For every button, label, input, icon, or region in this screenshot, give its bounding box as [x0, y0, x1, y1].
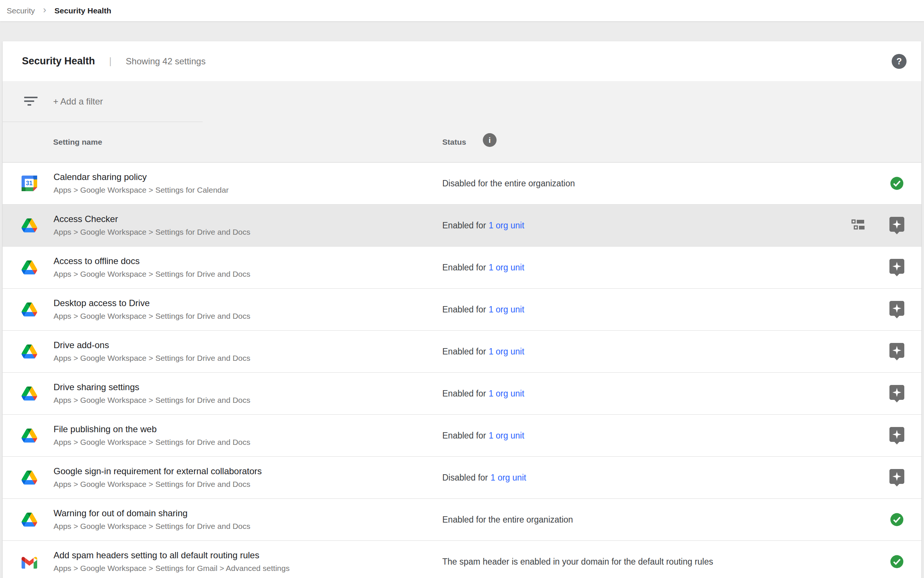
recommendation-badge-icon[interactable] — [890, 469, 904, 487]
setting-path: Apps > Google Workspace > Settings for D… — [53, 520, 251, 532]
setting-path: Apps > Google Workspace > Settings for D… — [53, 268, 251, 280]
setting-name: Calendar sharing policy — [53, 170, 228, 184]
add-filter-button[interactable]: + Add a filter — [53, 96, 103, 107]
trailing-icon-slot — [888, 415, 906, 456]
filter-icon[interactable] — [24, 97, 37, 106]
org-unit-link[interactable]: 1 org unit — [490, 473, 526, 483]
table-row[interactable]: File publishing on the web Apps > Google… — [3, 415, 921, 457]
recommendation-badge-icon[interactable] — [890, 301, 904, 318]
setting-path: Apps > Google Workspace > Settings for D… — [53, 394, 251, 406]
setting-name: Add spam headers setting to all default … — [53, 549, 290, 562]
google-drive-icon — [21, 302, 37, 317]
column-header-status: Status — [442, 138, 466, 146]
status-text: Enabled for — [442, 221, 486, 231]
status-cell: Enabled for 1 org unit — [442, 331, 524, 372]
org-unit-link[interactable]: 1 org unit — [489, 263, 524, 273]
setting-path: Apps > Google Workspace > Settings for D… — [53, 478, 262, 490]
table-row[interactable]: 31 Calendar sharing policy Apps > Google… — [3, 162, 921, 205]
status-cell: Enabled for 1 org unit — [442, 373, 524, 414]
status-text: Disabled for — [442, 473, 488, 483]
setting-path: Apps > Google Workspace > Settings for G… — [53, 562, 290, 574]
trailing-icon-slot — [888, 289, 906, 330]
status-cell: The spam header is enabled in your domai… — [442, 541, 713, 578]
table-row[interactable]: Drive sharing settings Apps > Google Wor… — [3, 373, 921, 415]
setting-text: Access to offline docs Apps > Google Wor… — [53, 255, 251, 280]
setting-text: Drive sharing settings Apps > Google Wor… — [53, 380, 251, 406]
setting-name: Access Checker — [53, 213, 251, 226]
help-icon[interactable]: ? — [892, 54, 906, 69]
setting-text: Access Checker Apps > Google Workspace >… — [53, 213, 251, 238]
check-circle-icon — [890, 176, 904, 190]
app-icon-slot — [21, 470, 37, 485]
setting-text: Warning for out of domain sharing Apps >… — [53, 507, 251, 532]
app-icon-slot — [21, 344, 37, 359]
trailing-icon-slot — [888, 541, 906, 578]
status-text: Enabled for — [442, 389, 486, 399]
org-unit-link[interactable]: 1 org unit — [489, 221, 524, 231]
breadcrumb-chevron-icon: › — [43, 4, 47, 16]
google-drive-icon — [21, 386, 37, 401]
org-unit-link[interactable]: 1 org unit — [489, 347, 524, 357]
table-row[interactable]: Google sign-in requirement for external … — [3, 457, 921, 499]
trailing-icon-slot — [888, 499, 906, 541]
setting-text: Add spam headers setting to all default … — [53, 549, 290, 574]
card-header: Security Health | Showing 42 settings ? — [3, 41, 921, 81]
table-row[interactable]: Desktop access to Drive Apps > Google Wo… — [3, 289, 921, 331]
setting-name: Drive sharing settings — [53, 380, 251, 394]
setting-text: Desktop access to Drive Apps > Google Wo… — [53, 296, 251, 322]
org-unit-link[interactable]: 1 org unit — [489, 389, 524, 399]
app-icon-slot — [21, 554, 37, 570]
status-text: Enabled for — [442, 431, 486, 441]
app-icon-slot: 31 — [21, 175, 37, 191]
status-text: Enabled for — [442, 263, 486, 273]
setting-name: Google sign-in requirement for external … — [53, 464, 262, 478]
setting-path: Apps > Google Workspace > Settings for D… — [53, 436, 251, 448]
table-row[interactable]: Drive add-ons Apps > Google Workspace > … — [3, 331, 921, 373]
status-text: Enabled for — [442, 305, 486, 315]
recommendation-badge-icon[interactable] — [890, 217, 904, 234]
table-row[interactable]: Add spam headers setting to all default … — [3, 541, 921, 578]
check-circle-icon — [890, 513, 904, 527]
org-unit-link[interactable]: 1 org unit — [489, 305, 524, 315]
status-text: The spam header is enabled in your domai… — [442, 557, 713, 567]
google-drive-icon — [21, 512, 37, 528]
status-cell: Enabled for 1 org unit — [442, 415, 524, 456]
status-cell: Enabled for the entire organization — [442, 499, 573, 541]
recommendation-badge-icon[interactable] — [890, 343, 904, 360]
trailing-icon-slot — [888, 205, 906, 246]
table-row[interactable]: Access Checker Apps > Google Workspace >… — [3, 205, 921, 247]
app-icon-slot — [21, 512, 37, 528]
status-cell: Disabled for 1 org unit — [442, 457, 526, 498]
org-unit-link[interactable]: 1 org unit — [489, 431, 524, 441]
breadcrumb-parent-security[interactable]: Security — [7, 6, 35, 15]
settings-list: 31 Calendar sharing policy Apps > Google… — [3, 162, 921, 578]
security-health-card: Security Health | Showing 42 settings ? … — [3, 41, 921, 578]
setting-path: Apps > Google Workspace > Settings for D… — [53, 226, 251, 238]
table-row[interactable]: Access to offline docs Apps > Google Wor… — [3, 247, 921, 289]
setting-name: Warning for out of domain sharing — [53, 507, 251, 520]
check-circle-icon — [890, 555, 904, 569]
breadcrumb: Security › Security Health — [0, 0, 924, 21]
recommendation-badge-icon[interactable] — [890, 427, 904, 445]
status-cell: Disabled for the entire organization — [442, 162, 575, 204]
setting-name: File publishing on the web — [53, 422, 251, 436]
setting-name: Drive add-ons — [53, 338, 251, 352]
recommendation-badge-icon[interactable] — [890, 385, 904, 403]
status-text: Enabled for — [442, 347, 486, 357]
app-icon-slot — [21, 218, 37, 233]
app-icon-slot — [21, 428, 37, 443]
google-drive-icon — [21, 344, 37, 359]
google-drive-icon — [21, 260, 37, 275]
filter-bar: + Add a filter — [3, 81, 921, 122]
status-info-icon[interactable]: i — [483, 133, 497, 147]
table-header: Setting name Status i — [3, 122, 921, 162]
status-cell: Enabled for 1 org unit — [442, 205, 524, 246]
status-cell: Enabled for 1 org unit — [442, 289, 524, 330]
setting-text: File publishing on the web Apps > Google… — [53, 422, 251, 448]
setting-text: Google sign-in requirement for external … — [53, 464, 262, 490]
table-row[interactable]: Warning for out of domain sharing Apps >… — [3, 499, 921, 541]
column-header-setting-name: Setting name — [53, 138, 102, 146]
svg-text:31: 31 — [26, 180, 33, 186]
recommendation-badge-icon[interactable] — [890, 259, 904, 276]
breadcrumb-current-page: Security Health — [55, 6, 112, 15]
